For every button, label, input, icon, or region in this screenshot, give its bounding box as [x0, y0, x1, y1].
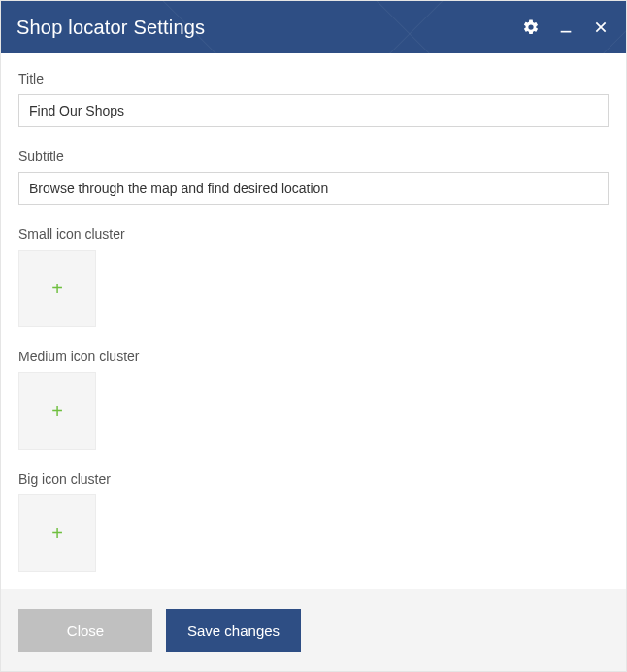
close-icon[interactable]	[591, 17, 610, 37]
gear-icon[interactable]	[521, 17, 541, 37]
big-cluster-label: Big icon cluster	[18, 471, 609, 487]
field-big-cluster: Big icon cluster +	[18, 471, 609, 572]
plus-icon: +	[51, 401, 63, 420]
field-small-cluster: Small icon cluster +	[18, 226, 609, 327]
medium-cluster-label: Medium icon cluster	[18, 349, 609, 364]
dialog-footer: Close Save changes	[1, 589, 626, 671]
field-subtitle: Subtitle	[18, 149, 609, 205]
dialog-content: Title Subtitle Small icon cluster + Medi…	[1, 53, 626, 589]
big-cluster-upload[interactable]: +	[18, 494, 96, 572]
dialog-title: Shop locator Settings	[16, 17, 205, 39]
save-button[interactable]: Save changes	[166, 609, 301, 652]
plus-icon: +	[51, 523, 63, 543]
medium-cluster-upload[interactable]: +	[18, 372, 96, 450]
title-input[interactable]	[18, 94, 609, 127]
small-cluster-upload[interactable]: +	[18, 250, 96, 327]
subtitle-input[interactable]	[18, 172, 609, 205]
minimize-icon[interactable]	[556, 17, 576, 37]
titlebar-actions	[521, 17, 610, 37]
small-cluster-label: Small icon cluster	[18, 226, 609, 242]
subtitle-label: Subtitle	[18, 149, 609, 164]
field-title: Title	[18, 71, 609, 127]
plus-icon: +	[51, 279, 63, 298]
settings-dialog: Shop locator Settings Title Subtitle Sma…	[0, 0, 627, 672]
close-button[interactable]: Close	[18, 609, 152, 652]
dialog-titlebar: Shop locator Settings	[1, 1, 626, 53]
title-label: Title	[18, 71, 609, 86]
field-medium-cluster: Medium icon cluster +	[18, 349, 609, 450]
